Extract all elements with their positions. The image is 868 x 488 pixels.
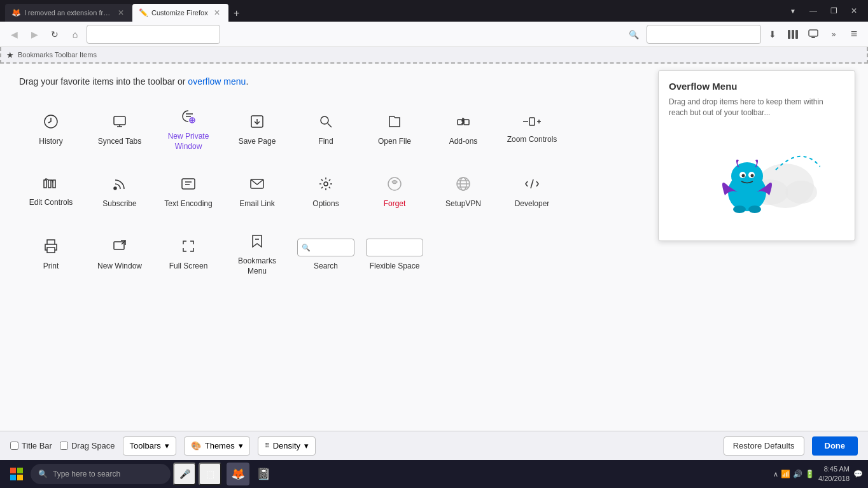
nav-right: ⬇ » ≡ <box>647 25 863 44</box>
new-window-label: New Window <box>97 261 142 272</box>
toolbar-item-find[interactable]: Find <box>294 102 358 159</box>
toolbar-item-flexible-space[interactable]: Flexible Space <box>363 227 426 284</box>
drag-space-checkbox[interactable] <box>60 442 68 450</box>
svg-rect-18 <box>464 120 469 125</box>
toolbar-item-edit-controls[interactable]: Edit Controls <box>19 164 83 221</box>
toolbars-dropdown[interactable]: Toolbars ▾ <box>123 436 176 456</box>
toolbar-item-add-ons[interactable]: Add-ons <box>431 102 495 159</box>
tab1-close[interactable]: ✕ <box>116 8 126 18</box>
tab1-title: I removed an extension from m <box>24 9 112 17</box>
taskbar-task-view-icon: ⬚ <box>206 469 214 479</box>
close-button[interactable]: ✕ <box>845 2 863 20</box>
toolbar-item-new-private-window[interactable]: New Private Window <box>157 102 220 159</box>
overflow-panel: Overflow Menu Drag and drop items here t… <box>658 70 855 241</box>
clock-time: 8:45 AM <box>818 464 850 474</box>
title-bar-checkbox-label[interactable]: Title Bar <box>10 441 52 450</box>
restore-defaults-button[interactable]: Restore Defaults <box>724 436 804 456</box>
toolbar-item-search-box[interactable]: 🔍 Search <box>294 227 358 284</box>
svg-point-23 <box>114 187 116 190</box>
back-button[interactable]: ◀ <box>5 25 23 43</box>
svg-rect-0 <box>788 30 790 39</box>
tab-list-button[interactable]: ▼ <box>784 2 802 20</box>
taskbar-mic-button[interactable]: 🎤 <box>173 463 196 485</box>
setupvpn-icon <box>456 176 471 194</box>
overflow-button[interactable]: » <box>825 25 843 43</box>
svg-rect-2 <box>795 30 798 39</box>
toolbar-item-open-file[interactable]: Open File <box>363 102 426 159</box>
taskbar-onenote[interactable]: 📓 <box>252 463 275 485</box>
forward-button[interactable]: ▶ <box>25 25 43 43</box>
download-button[interactable]: ⬇ <box>764 25 781 43</box>
menu-button[interactable]: ≡ <box>845 25 863 43</box>
toolbar-item-full-screen[interactable]: Full Screen <box>157 227 220 284</box>
toolbar-item-bookmarks-menu[interactable]: Bookmarks Menu <box>225 227 289 284</box>
svg-point-49 <box>748 206 761 213</box>
overflow-menu-link[interactable]: overflow menu <box>188 76 246 87</box>
chevron-up-icon[interactable]: ∧ <box>773 470 778 478</box>
maximize-button[interactable]: ❐ <box>825 2 843 20</box>
tab-2[interactable]: ✏️ Customize Firefox ✕ <box>132 4 228 22</box>
density-icon: ⠿ <box>265 442 269 449</box>
toolbar-items-grid: History Synced Tabs <box>19 102 592 284</box>
toolbar-item-forget[interactable]: Forget <box>363 164 426 221</box>
toolbar-item-setupvpn[interactable]: SetupVPN <box>431 164 495 221</box>
toolbar-item-zoom-controls[interactable]: Zoom Controls <box>500 102 564 159</box>
zoom-controls-icon <box>523 116 541 130</box>
taskbar-task-view-button[interactable]: ⬚ <box>199 463 221 485</box>
svg-rect-4 <box>811 37 815 38</box>
synced-tabs-label: Synced Tabs <box>98 137 142 147</box>
new-tab-button[interactable]: + <box>228 5 245 22</box>
title-bar-checkbox[interactable] <box>10 442 18 450</box>
overflow-illustration <box>693 132 820 227</box>
flexible-space-label: Flexible Space <box>370 261 420 272</box>
toolbar-item-options[interactable]: Options <box>294 164 358 221</box>
toolbar-item-new-window[interactable]: New Window <box>88 227 151 284</box>
tab-1[interactable]: 🦊 I removed an extension from m ✕ <box>5 4 132 22</box>
toolbar-item-text-encoding[interactable]: Text Encoding <box>157 164 220 221</box>
svg-rect-52 <box>10 475 16 480</box>
add-ons-label: Add-ons <box>449 137 478 147</box>
text-encoding-label: Text Encoding <box>164 199 212 209</box>
tab1-favicon: 🦊 <box>11 8 20 17</box>
search-box-icon: 🔍 <box>302 244 311 252</box>
synced-tabs-button[interactable] <box>804 25 822 43</box>
toolbar-item-synced-tabs[interactable]: Synced Tabs <box>88 102 151 159</box>
toolbar-item-subscribe[interactable]: Subscribe <box>88 164 151 221</box>
svg-rect-53 <box>17 475 23 480</box>
reload-button[interactable]: ↻ <box>46 25 64 43</box>
tab2-close[interactable]: ✕ <box>212 8 222 18</box>
network-icon: 📶 <box>781 470 790 478</box>
toolbar-item-email-link[interactable]: Email Link <box>225 164 289 221</box>
synced-tabs-icon <box>112 114 127 132</box>
density-dropdown[interactable]: ⠿ Density ▾ <box>258 436 316 456</box>
home-button[interactable]: ⌂ <box>66 25 84 43</box>
library-button[interactable] <box>784 25 802 43</box>
themes-dropdown[interactable]: 🎨 Themes ▾ <box>184 436 250 456</box>
toolbar-item-save-page[interactable]: Save Page <box>225 102 289 159</box>
toolbar-item-developer[interactable]: Developer <box>500 164 564 221</box>
taskbar-time[interactable]: 8:45 AM 4/20/2018 <box>818 464 850 484</box>
notification-icon[interactable]: 💬 <box>853 470 863 478</box>
overflow-menu-title: Overflow Menu <box>669 81 844 92</box>
search-bar[interactable] <box>647 25 761 44</box>
bookmarks-menu-label: Bookmarks Menu <box>230 256 284 276</box>
svg-point-41 <box>785 181 817 204</box>
taskbar: 🔍 Type here to search 🎤 ⬚ 🦊 📓 ∧ 📶 🔊 🔋 <box>0 460 868 488</box>
taskbar-firefox[interactable]: 🦊 <box>227 463 249 485</box>
new-window-icon <box>112 239 127 256</box>
svg-point-46 <box>742 174 745 177</box>
clock-date: 4/20/2018 <box>818 474 850 484</box>
library-icon <box>788 30 798 39</box>
address-bar[interactable] <box>87 25 220 44</box>
taskbar-search[interactable]: 🔍 Type here to search <box>31 464 171 484</box>
done-button[interactable]: Done <box>812 436 858 456</box>
svg-line-37 <box>122 241 125 244</box>
battery-icon: 🔋 <box>805 470 815 478</box>
overflow-drop-area[interactable] <box>669 129 844 230</box>
minimize-button[interactable]: — <box>804 2 822 20</box>
start-button[interactable] <box>5 463 28 485</box>
toolbar-item-history[interactable]: History <box>19 102 83 159</box>
toolbar-item-print[interactable]: Print <box>19 227 83 284</box>
drag-space-checkbox-label[interactable]: Drag Space <box>60 441 115 450</box>
save-page-label: Save Page <box>239 137 276 147</box>
